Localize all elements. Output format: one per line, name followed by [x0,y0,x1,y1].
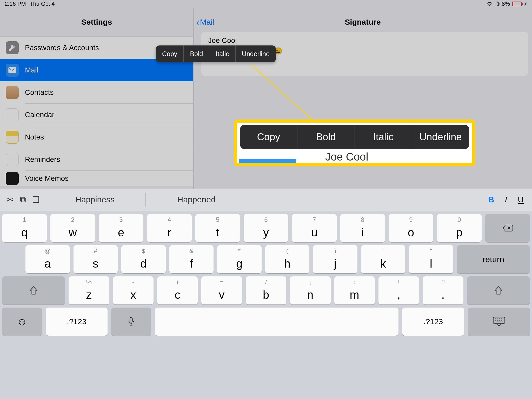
key-d[interactable]: $d [121,245,166,273]
sidebar-item-label: Notes [25,126,193,148]
voice-memos-icon [6,172,19,185]
wifi-icon [487,2,493,6]
key-b[interactable]: /b [246,276,286,304]
dnd-moon-icon [495,2,500,6]
key-row-4: ☺ .?123 .?123 [0,304,532,339]
key-return[interactable]: return [457,245,530,273]
key-o[interactable]: 9o [389,214,433,242]
key-shift-right[interactable] [467,276,530,304]
key-k[interactable]: 'k [361,245,405,273]
sidebar-item-label: Calendar [25,104,193,126]
key-q[interactable]: 1q [2,214,47,242]
ctx-underline[interactable]: Underline [236,45,276,62]
prediction-2[interactable]: Happened [146,193,247,207]
paste-icon[interactable]: ❐ [32,195,40,205]
format-bold[interactable]: B [488,195,494,204]
key-period[interactable]: ?. [423,276,463,304]
callout-signature-line1: Joe Cool [325,151,368,163]
back-button[interactable]: ‹ Mail [196,16,214,28]
key-a[interactable]: @a [25,245,70,273]
sidebar-item-voice-memos[interactable]: Voice Memos [0,171,193,186]
key-dismiss-keyboard[interactable] [468,308,530,336]
settings-title: Settings [81,18,112,26]
back-label: Mail [200,18,214,26]
battery-percent: 8% [502,1,510,7]
calendar-icon [6,108,19,121]
svg-rect-0 [130,317,132,322]
key-w[interactable]: 2w [50,214,95,242]
predictive-bar: ✂︎ ⧉ ❐ Happiness Happened B I U [0,189,532,211]
sidebar-item-label: Voice Memos [25,171,193,186]
key-c[interactable]: +c [157,276,198,304]
callout-context-menu: Copy Bold Italic Underline [240,125,469,149]
key-shift-left[interactable] [2,276,65,304]
text-context-menu: Copy Bold Italic Underline [156,45,276,62]
key-numbers-right[interactable]: .?123 [402,308,464,336]
key-row-3: %z -x +c =v /b ;n :m !, ?. [0,273,532,304]
key-s[interactable]: #s [74,245,118,273]
ctx-italic[interactable]: Italic [209,45,235,62]
key-numbers-left[interactable]: .?123 [46,308,108,336]
key-e[interactable]: 3e [99,214,143,242]
status-bar: 2:16 PM Thu Oct 4 8% ⚡︎ [0,0,532,8]
chevron-left-icon: ‹ [197,16,199,28]
key-space[interactable] [155,308,398,336]
settings-header: Settings [0,8,193,36]
key-icon [6,41,19,54]
detail-title: Signature [345,18,381,26]
sidebar-item-notes[interactable]: Notes [0,126,193,148]
key-l[interactable]: "l [409,245,453,273]
callout-ctx-bold[interactable]: Bold [297,125,355,149]
sidebar-item-reminders[interactable]: Reminders [0,148,193,171]
key-comma[interactable]: !, [378,276,419,304]
notes-icon [6,131,19,144]
key-backspace[interactable] [485,214,530,242]
ctx-copy[interactable]: Copy [156,45,184,62]
sidebar-item-contacts[interactable]: Contacts [0,81,193,104]
key-v[interactable]: =v [201,276,242,304]
charging-icon: ⚡︎ [524,1,527,7]
sidebar-item-label: Reminders [25,148,193,171]
key-p[interactable]: 0p [437,214,482,242]
format-underline[interactable]: U [518,195,524,204]
callout-zoom: Copy Bold Italic Underline Joe Cool [234,119,475,166]
key-n[interactable]: ;n [290,276,330,304]
callout-ctx-underline[interactable]: Underline [412,125,469,149]
status-date: Thu Oct 4 [30,1,55,7]
key-u[interactable]: 7u [292,214,337,242]
sidebar-item-label: Contacts [25,81,193,104]
ctx-bold[interactable]: Bold [184,45,209,62]
key-f[interactable]: &f [169,245,214,273]
key-r[interactable]: 4r [147,214,192,242]
copy-icon[interactable]: ⧉ [20,195,26,205]
key-emoji[interactable]: ☺ [2,308,42,336]
cut-icon[interactable]: ✂︎ [7,195,14,205]
prediction-1[interactable]: Happiness [44,193,146,207]
callout-ctx-italic[interactable]: Italic [355,125,412,149]
mail-icon [6,64,19,77]
key-z[interactable]: %z [69,276,109,304]
key-i[interactable]: 8i [340,214,385,242]
key-row-1: 1q 2w 3e 4r 5t 6y 7u 8i 9o 0p [0,211,532,242]
signature-line1: Joe Cool [208,36,521,45]
key-x[interactable]: -x [113,276,154,304]
onscreen-keyboard: ✂︎ ⧉ ❐ Happiness Happened B I U 1q 2w 3e… [0,189,532,399]
status-time: 2:16 PM [5,1,26,7]
key-g[interactable]: *g [217,245,262,273]
format-italic[interactable]: I [504,195,507,204]
contacts-icon [6,86,19,99]
key-row-2: @a #s $d &f *g (h )j 'k "l return [0,242,532,273]
key-j[interactable]: )j [313,245,357,273]
key-m[interactable]: :m [334,276,375,304]
key-dictation[interactable] [111,308,151,336]
sidebar-item-calendar[interactable]: Calendar [0,104,193,126]
key-h[interactable]: (h [265,245,310,273]
key-t[interactable]: 5t [195,214,240,242]
callout-ctx-copy[interactable]: Copy [240,125,297,149]
reminders-icon [6,153,19,166]
battery-icon [512,2,522,6]
key-y[interactable]: 6y [244,214,288,242]
